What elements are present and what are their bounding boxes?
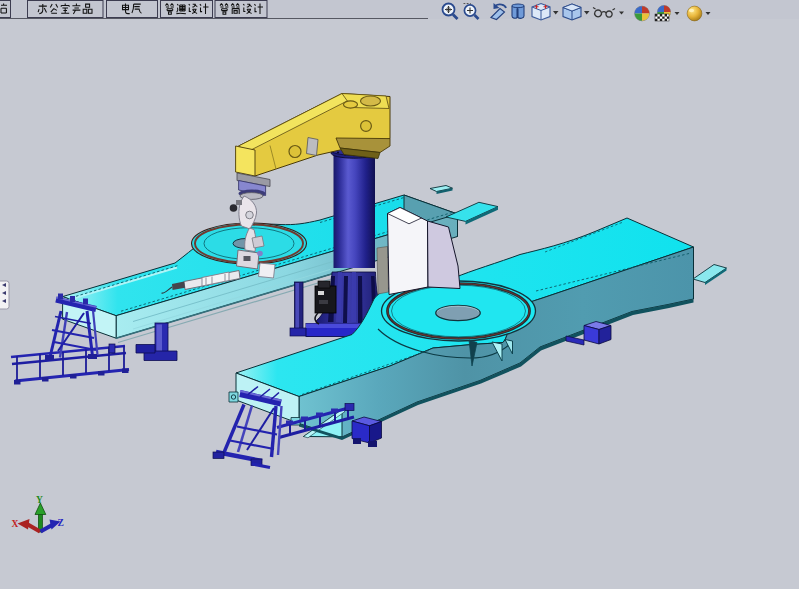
svg-text:Z: Z — [58, 518, 64, 528]
svg-text:Y: Y — [36, 495, 43, 505]
svg-text:X: X — [12, 519, 19, 529]
